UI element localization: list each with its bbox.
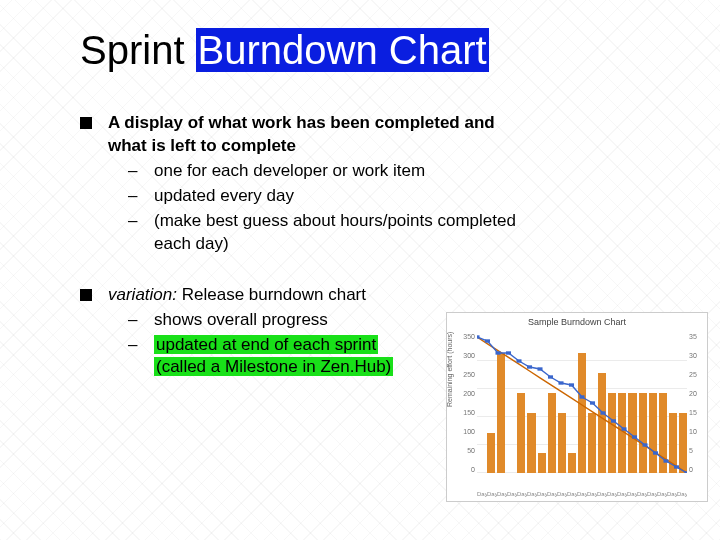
sub-item: (make best guess about hours/points comp… xyxy=(108,210,538,256)
svg-rect-18 xyxy=(663,459,668,462)
svg-rect-1 xyxy=(485,339,490,342)
sub-list: one for each developer or work item upda… xyxy=(108,160,538,256)
svg-rect-20 xyxy=(684,471,687,473)
slide: Sprint Burndown Chart A display of what … xyxy=(0,0,720,540)
chart-y2ticks: 05101520253035 xyxy=(689,333,703,473)
title-highlight: Burndown Chart xyxy=(196,28,489,72)
svg-rect-4 xyxy=(516,359,521,362)
svg-rect-12 xyxy=(600,411,605,414)
svg-rect-13 xyxy=(611,419,616,422)
svg-rect-5 xyxy=(527,365,532,368)
chart-lines xyxy=(477,333,687,473)
svg-rect-7 xyxy=(548,375,553,378)
svg-rect-11 xyxy=(590,401,595,404)
highlight-green: (called a Milestone in Zen.Hub) xyxy=(154,357,393,376)
sub-item: one for each developer or work item xyxy=(108,160,538,183)
svg-rect-8 xyxy=(558,381,563,384)
svg-rect-3 xyxy=(506,351,511,354)
page-title: Sprint Burndown Chart xyxy=(80,28,680,72)
svg-rect-19 xyxy=(674,465,679,468)
chart-plot xyxy=(477,333,687,473)
svg-rect-2 xyxy=(495,351,500,354)
svg-rect-10 xyxy=(579,395,584,398)
chart-ylabel: Remaining effort (hours) xyxy=(446,332,453,407)
highlight-green: updated at end of each sprint xyxy=(154,335,378,354)
svg-rect-16 xyxy=(642,443,647,446)
bullet-lead: A display of what work has been complete… xyxy=(108,113,495,155)
svg-rect-9 xyxy=(569,383,574,386)
bullet-item: A display of what work has been complete… xyxy=(80,112,538,256)
chart-yticks: 050100150200250300350 xyxy=(461,333,475,473)
bullet-lead: variation: Release burndown chart xyxy=(108,285,366,304)
sub-item: updated every day xyxy=(108,185,538,208)
svg-rect-6 xyxy=(537,367,542,370)
svg-rect-17 xyxy=(653,451,658,454)
svg-rect-0 xyxy=(477,335,480,338)
burndown-chart: Sample Burndown Chart Remaining effort (… xyxy=(446,312,708,502)
chart-title: Sample Burndown Chart xyxy=(447,313,707,329)
svg-rect-14 xyxy=(621,427,626,430)
title-pre: Sprint xyxy=(80,28,196,72)
svg-rect-15 xyxy=(632,435,637,438)
chart-xcats: Day 1Day 2Day 3Day 4Day 5Day 6Day 7Day 8… xyxy=(477,491,687,497)
